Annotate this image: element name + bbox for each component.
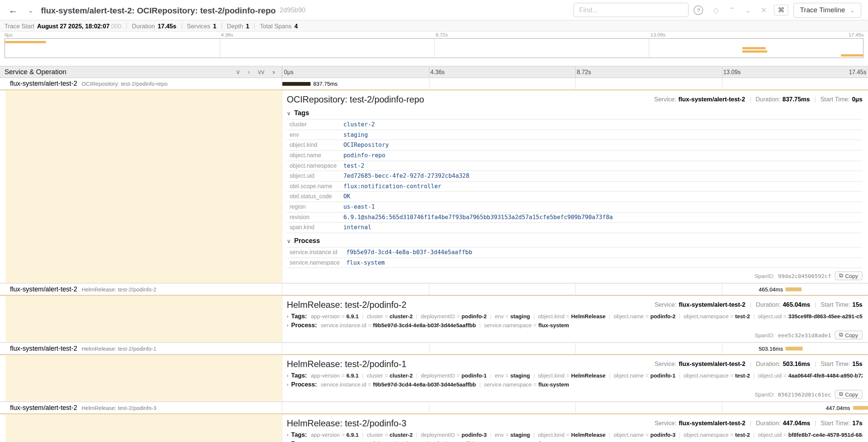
service-operation-header: Service & Operation ∨ › ∨∨ ››: [0, 66, 282, 78]
top-bar-actions: ? ◇ ⌃ ⌄ ✕ ⌘ Trace Timeline ⌄: [574, 3, 861, 18]
tag-pair: object.namespace=test-2: [684, 432, 750, 438]
span-detail-panel: OCIRepository: test-2/podinfo-repo Servi…: [282, 90, 868, 283]
span-service-name: flux-system/alert-test-2: [10, 80, 77, 88]
trace-minimap: 0μs 4.36s 8.72s 13.09s 17.45s: [0, 32, 868, 58]
span-detail-header[interactable]: OCIRepository: test-2/podinfo-repo Servi…: [287, 94, 862, 105]
trace-id: 2d95b90: [280, 6, 305, 14]
divider: |: [490, 432, 491, 438]
span-detail-header[interactable]: HelmRelease: test-2/podinfo-2 Service: f…: [287, 300, 862, 311]
span-name-cell[interactable]: flux-system/alert-test-2 OCIRepository: …: [0, 78, 282, 89]
help-button[interactable]: ?: [694, 5, 703, 15]
span-detail-title: HelmRelease: test-2/podinfo-2: [287, 300, 406, 311]
focus-span-button[interactable]: ◇: [708, 5, 724, 15]
span-detail-footer: SpanID: 85621962d81c61ec ⧉ Copy: [287, 390, 862, 399]
span-detail-meta: Service: flux-system/alert-test-2 | Dura…: [654, 96, 862, 102]
span-name-row: flux-system/alert-test-2 HelmRelease: te…: [0, 284, 868, 295]
span-detail-header[interactable]: HelmRelease: test-2/podinfo-1 Service: f…: [287, 359, 862, 370]
copy-icon: ⧉: [839, 391, 843, 398]
services-value: 1: [213, 22, 216, 29]
process-table: service.instance.idf9b5e97d-3cd4-4e8a-b0…: [287, 247, 862, 268]
gridline: [575, 343, 576, 354]
tag-value: podinfo-repo: [341, 150, 862, 161]
view-selector[interactable]: Trace Timeline ⌄: [793, 3, 862, 18]
minimap-tick: 4.36s: [219, 32, 233, 38]
timeline-tick: 13.09s: [722, 69, 741, 75]
prev-result-button[interactable]: ⌃: [724, 5, 740, 15]
expand-all-button[interactable]: ∨∨: [257, 68, 265, 76]
tag-pair: service.instance.id=f9b5e97d-3cd4-4e8a-b…: [321, 322, 476, 328]
duration-value: 447.04ms: [783, 420, 810, 427]
tags-table: clustercluster-2envstagingobject.kindOCI…: [287, 119, 862, 233]
span-bar[interactable]: [786, 288, 801, 291]
span-id-label: SpanID:: [754, 332, 774, 338]
process-accordion[interactable]: › Process: service.instance.id=f9b5e97d-…: [287, 441, 862, 442]
gridline: [429, 284, 429, 295]
collapse-one-level-button[interactable]: ›: [248, 68, 250, 76]
span-detail-meta: Service: flux-system/alert-test-2 | Dura…: [655, 301, 862, 308]
start-time-label: Start Time:: [821, 420, 850, 427]
process-accordion[interactable]: ∨ Process: [287, 237, 862, 245]
tags-accordion[interactable]: › Tags: app-version=6.9.1|cluster=cluste…: [287, 313, 862, 320]
next-result-button[interactable]: ⌄: [740, 5, 756, 15]
span-bar[interactable]: [786, 347, 802, 351]
tag-pair: object.kind=HelmRelease: [538, 373, 605, 379]
process-accordion[interactable]: › Process: service.instance.id=f9b5e97d-…: [287, 322, 862, 329]
span-operation-name: HelmRelease: test-2/podinfo-2: [82, 286, 156, 292]
collapse-trace-button[interactable]: ⌄: [25, 5, 37, 15]
trace-start: Trace Start August 27 2025, 18:02:07.000: [4, 22, 121, 29]
span-name-cell[interactable]: flux-system/alert-test-2 HelmRelease: te…: [0, 284, 282, 295]
copy-button[interactable]: ⧉ Copy: [834, 272, 862, 281]
tag-pair: object.uid=335ce9f8-d863-45ee-a291-c50cc…: [758, 313, 862, 319]
span-id-value: 99da2c04506592cf: [778, 273, 831, 279]
span-name-cell[interactable]: flux-system/alert-test-2 HelmRelease: te…: [0, 402, 282, 413]
tag-value: cluster-2: [341, 119, 862, 130]
divider: |: [533, 373, 535, 379]
expand-one-level-button[interactable]: ∨: [235, 68, 240, 76]
tags-label: Tags: [294, 109, 309, 117]
span-bar[interactable]: [853, 406, 868, 410]
copy-label: Copy: [845, 391, 858, 397]
copy-button[interactable]: ⧉ Copy: [834, 331, 862, 340]
gridline: [575, 78, 576, 89]
span-detail-indent: [0, 90, 282, 283]
timeline-tick: 17.45s: [849, 69, 867, 75]
minimap-canvas[interactable]: [4, 38, 864, 58]
tag-pair: object.name=podinfo-1: [614, 373, 675, 379]
kv-row: object.uid7ed72685-becc-4fe2-927d-27392c…: [287, 171, 862, 181]
span-bar[interactable]: [282, 82, 310, 86]
span-name-row: flux-system/alert-test-2 OCIRepository: …: [0, 78, 868, 90]
trace-title: flux-system/alert-test-2: OCIRepository:…: [41, 5, 276, 15]
tag-pair: service.namespace=flux-system: [484, 382, 569, 388]
tags-label: Tags:: [291, 313, 307, 320]
span-name-cell[interactable]: flux-system/alert-test-2 HelmRelease: te…: [0, 343, 282, 354]
back-button[interactable]: ←: [6, 4, 20, 16]
span-detail-header[interactable]: HelmRelease: test-2/podinfo-3 Service: f…: [287, 418, 862, 429]
start-time-value: 0μs: [852, 96, 862, 102]
gridline: [575, 284, 576, 295]
divider: |: [362, 373, 364, 379]
tag-pair: object.kind=HelmRelease: [538, 313, 605, 319]
gridline: [722, 343, 722, 354]
keyboard-shortcuts-button[interactable]: ⌘: [774, 4, 789, 16]
trace-total-spans: Total Spans 4: [260, 22, 298, 29]
divider: |: [753, 373, 755, 379]
find-input[interactable]: [574, 3, 689, 17]
span-operation-name: HelmRelease: test-2/podinfo-3: [82, 405, 156, 411]
tags-accordion[interactable]: ∨ Tags: [287, 109, 862, 117]
start-time-label: Start Time:: [820, 96, 850, 102]
tags-accordion[interactable]: › Tags: app-version=6.9.1|cluster=cluste…: [287, 372, 862, 379]
copy-button[interactable]: ⧉ Copy: [834, 390, 862, 399]
span-detail-row: HelmRelease: test-2/podinfo-3 Service: f…: [0, 414, 868, 442]
copy-label: Copy: [845, 332, 858, 338]
clear-search-button[interactable]: ✕: [756, 5, 772, 15]
process-label: Process:: [291, 441, 317, 442]
duration-value: 465.04ms: [783, 301, 810, 308]
process-accordion[interactable]: › Process: service.instance.id=f9b5e97d-…: [287, 381, 862, 388]
process-label: Process: [294, 237, 320, 245]
tags-accordion[interactable]: › Tags: app-version=6.9.1|cluster=cluste…: [287, 432, 862, 438]
divider: |: [815, 301, 816, 308]
gridline: [219, 39, 220, 58]
collapse-all-button[interactable]: ››: [272, 68, 275, 76]
trace-start-fraction: .000: [110, 22, 121, 29]
chevron-right-icon: ›: [287, 441, 288, 442]
